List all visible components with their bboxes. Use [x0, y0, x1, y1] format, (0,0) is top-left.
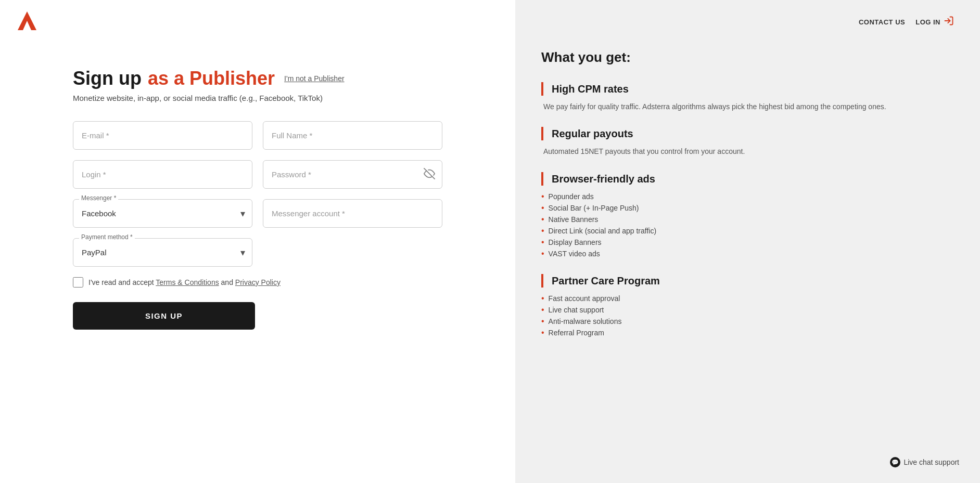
password-input[interactable] — [263, 160, 442, 189]
messenger-row: Messenger * Facebook Telegram WhatsApp S… — [73, 199, 442, 228]
fullname-input[interactable] — [263, 121, 442, 150]
messenger-select-wrapper: Messenger * Facebook Telegram WhatsApp S… — [73, 199, 252, 228]
terms-checkbox[interactable] — [73, 277, 83, 288]
subtitle: Monetize website, in-app, or social medi… — [73, 94, 442, 102]
email-fullname-row — [73, 121, 442, 150]
partner-care-title: Partner Care Program — [541, 274, 954, 288]
logo[interactable] — [16, 9, 39, 32]
payment-select[interactable]: PayPal Wire Transfer Bitcoin WebMoney Pa… — [73, 238, 252, 267]
messenger-label: Messenger * — [79, 194, 118, 202]
list-item: •Referral Program — [541, 327, 954, 338]
headline: Sign up as a Publisher I'm not a Publish… — [73, 68, 442, 89]
high-cpm-title: High CPM rates — [541, 82, 954, 96]
privacy-link[interactable]: Privacy Policy — [235, 278, 281, 286]
bullet-icon: • — [541, 317, 544, 325]
signup-button[interactable]: SIGN UP — [73, 302, 255, 330]
regular-payouts-title: Regular payouts — [541, 127, 954, 140]
payment-select-wrapper: Payment method * PayPal Wire Transfer Bi… — [73, 238, 252, 267]
login-icon — [944, 16, 954, 29]
toggle-password-icon[interactable] — [424, 168, 435, 181]
right-nav: CONTACT US LOG IN — [541, 16, 954, 29]
password-field-wrapper — [263, 160, 442, 189]
terms-checkbox-row: I've read and accept Terms & Conditions … — [73, 277, 442, 288]
bullet-icon: • — [541, 329, 544, 337]
headline-black: Sign up — [73, 68, 142, 89]
list-item: •VAST video ads — [541, 248, 954, 259]
messenger-account-wrapper — [263, 199, 442, 228]
partner-care-list: •Fast account approval •Live chat suppor… — [541, 293, 954, 338]
login-password-row — [73, 160, 442, 189]
login-input[interactable] — [73, 160, 252, 189]
benefit-high-cpm: High CPM rates We pay fairly for quality… — [541, 82, 954, 112]
payment-row-spacer — [263, 238, 442, 267]
bullet-icon: • — [541, 306, 544, 314]
list-item: •Fast account approval — [541, 293, 954, 304]
contact-us-link[interactable]: CONTACT US — [859, 18, 905, 26]
email-input[interactable] — [73, 121, 252, 150]
high-cpm-text: We pay fairly for quality traffic. Adste… — [541, 101, 954, 112]
payment-label: Payment method * — [79, 233, 135, 241]
fullname-field-wrapper — [263, 121, 442, 150]
bullet-icon: • — [541, 215, 544, 224]
benefit-partner-care: Partner Care Program •Fast account appro… — [541, 274, 954, 338]
list-item: •Display Banners — [541, 237, 954, 248]
messenger-select[interactable]: Facebook Telegram WhatsApp Skype WeChat — [73, 199, 252, 228]
regular-payouts-text: Automated 15NET payouts that you control… — [541, 146, 954, 157]
list-item: •Live chat support — [541, 304, 954, 316]
bullet-icon: • — [541, 250, 544, 258]
messenger-account-input[interactable] — [263, 199, 442, 228]
benefit-regular-payouts: Regular payouts Automated 15NET payouts … — [541, 127, 954, 157]
bullet-icon: • — [541, 294, 544, 303]
list-item: •Social Bar (+ In-Page Push) — [541, 202, 954, 214]
list-item: •Native Banners — [541, 214, 954, 225]
list-item: •Anti-malware solutions — [541, 316, 954, 327]
bullet-icon: • — [541, 238, 544, 246]
chat-bubble-icon: 💬 — [890, 457, 900, 467]
right-panel: CONTACT US LOG IN What you get: High CPM… — [515, 0, 980, 483]
not-publisher-link[interactable]: I'm not a Publisher — [284, 74, 345, 83]
benefit-browser-ads: Browser-friendly ads •Popunder ads •Soci… — [541, 172, 954, 259]
headline-red: as a Publisher — [148, 68, 275, 89]
login-link[interactable]: LOG IN — [915, 16, 954, 29]
form-area: Sign up as a Publisher I'm not a Publish… — [0, 42, 515, 350]
top-nav — [0, 0, 515, 42]
login-field-wrapper — [73, 160, 252, 189]
list-item: •Popunder ads — [541, 191, 954, 202]
payment-row: Payment method * PayPal Wire Transfer Bi… — [73, 238, 442, 267]
list-item: •Direct Link (social and app traffic) — [541, 225, 954, 237]
browser-ads-title: Browser-friendly ads — [541, 172, 954, 186]
bullet-icon: • — [541, 204, 544, 212]
email-field-wrapper — [73, 121, 252, 150]
bullet-icon: • — [541, 192, 544, 201]
bullet-icon: • — [541, 227, 544, 235]
browser-ads-list: •Popunder ads •Social Bar (+ In-Page Pus… — [541, 191, 954, 259]
live-chat-support[interactable]: 💬 Live chat support — [890, 457, 959, 467]
terms-label[interactable]: I've read and accept Terms & Conditions … — [88, 278, 281, 286]
what-you-get-title: What you get: — [541, 49, 954, 66]
terms-link[interactable]: Terms & Conditions — [156, 278, 219, 286]
left-panel: Sign up as a Publisher I'm not a Publish… — [0, 0, 515, 483]
